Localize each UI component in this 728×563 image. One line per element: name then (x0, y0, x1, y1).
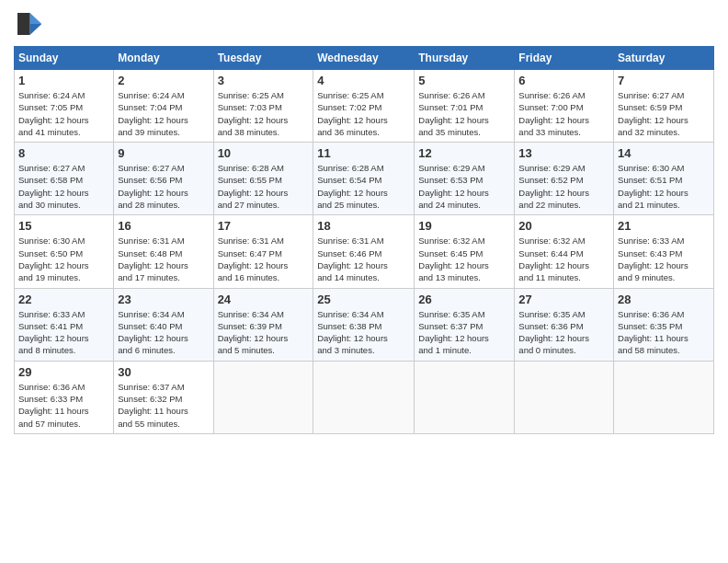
header (14, 9, 714, 39)
day-info: Sunrise: 6:27 AMSunset: 6:58 PMDaylight:… (18, 162, 109, 211)
day-number: 15 (18, 219, 109, 233)
day-number: 19 (418, 219, 510, 233)
day-number: 4 (317, 74, 410, 87)
calendar-cell: 3Sunrise: 6:25 AMSunset: 7:03 PMDaylight… (213, 70, 313, 143)
calendar-table: SundayMondayTuesdayWednesdayThursdayFrid… (14, 46, 714, 434)
day-info: Sunrise: 6:24 AMSunset: 7:05 PMDaylight:… (18, 89, 109, 138)
day-number: 25 (317, 293, 410, 306)
calendar-cell: 11Sunrise: 6:28 AMSunset: 6:54 PMDayligh… (313, 143, 415, 215)
calendar-week-row: 15Sunrise: 6:30 AMSunset: 6:50 PMDayligh… (15, 215, 714, 288)
weekday-header: Friday (515, 47, 614, 70)
day-info: Sunrise: 6:35 AMSunset: 6:36 PMDaylight:… (518, 308, 609, 357)
calendar-cell (614, 361, 714, 433)
day-number: 28 (618, 293, 710, 306)
calendar-cell: 26Sunrise: 6:35 AMSunset: 6:37 PMDayligh… (415, 288, 515, 361)
day-number: 5 (418, 74, 510, 87)
calendar-header-row: SundayMondayTuesdayWednesdayThursdayFrid… (15, 47, 714, 70)
day-number: 22 (18, 293, 109, 306)
calendar-week-row: 29Sunrise: 6:36 AMSunset: 6:33 PMDayligh… (15, 361, 714, 433)
day-info: Sunrise: 6:32 AMSunset: 6:45 PMDaylight:… (418, 235, 510, 283)
svg-marker-0 (30, 13, 42, 24)
calendar-cell: 7Sunrise: 6:27 AMSunset: 6:59 PMDaylight… (614, 70, 714, 143)
svg-marker-1 (30, 24, 42, 35)
calendar-cell: 24Sunrise: 6:34 AMSunset: 6:39 PMDayligh… (213, 288, 313, 361)
day-info: Sunrise: 6:26 AMSunset: 7:00 PMDaylight:… (518, 89, 609, 138)
day-number: 3 (218, 74, 310, 87)
day-number: 7 (618, 74, 710, 87)
day-info: Sunrise: 6:29 AMSunset: 6:53 PMDaylight:… (418, 162, 510, 211)
calendar-cell: 29Sunrise: 6:36 AMSunset: 6:33 PMDayligh… (15, 361, 114, 433)
day-number: 29 (18, 365, 109, 379)
calendar-cell: 25Sunrise: 6:34 AMSunset: 6:38 PMDayligh… (313, 288, 415, 361)
day-info: Sunrise: 6:26 AMSunset: 7:01 PMDaylight:… (418, 89, 510, 138)
day-info: Sunrise: 6:24 AMSunset: 7:04 PMDaylight:… (118, 89, 209, 138)
page-container: SundayMondayTuesdayWednesdayThursdayFrid… (0, 0, 728, 443)
calendar-cell (213, 361, 313, 433)
day-number: 8 (18, 146, 109, 160)
weekday-header: Wednesday (313, 47, 415, 70)
calendar-week-row: 8Sunrise: 6:27 AMSunset: 6:58 PMDaylight… (15, 143, 714, 215)
day-number: 1 (18, 74, 109, 87)
day-info: Sunrise: 6:30 AMSunset: 6:51 PMDaylight:… (618, 162, 710, 211)
calendar-cell: 27Sunrise: 6:35 AMSunset: 6:36 PMDayligh… (515, 288, 614, 361)
day-number: 13 (518, 146, 609, 160)
calendar-cell: 17Sunrise: 6:31 AMSunset: 6:47 PMDayligh… (213, 215, 313, 288)
day-info: Sunrise: 6:33 AMSunset: 6:43 PMDaylight:… (618, 235, 710, 283)
day-number: 9 (118, 146, 209, 160)
day-number: 12 (418, 146, 510, 160)
day-number: 26 (418, 293, 510, 306)
day-number: 16 (118, 219, 209, 233)
day-info: Sunrise: 6:34 AMSunset: 6:39 PMDaylight:… (218, 308, 310, 357)
day-number: 18 (317, 219, 410, 233)
day-info: Sunrise: 6:35 AMSunset: 6:37 PMDaylight:… (418, 308, 510, 357)
logo-icon (14, 9, 43, 39)
calendar-cell: 8Sunrise: 6:27 AMSunset: 6:58 PMDaylight… (15, 143, 114, 215)
calendar-week-row: 22Sunrise: 6:33 AMSunset: 6:41 PMDayligh… (15, 288, 714, 361)
calendar-cell: 9Sunrise: 6:27 AMSunset: 6:56 PMDaylight… (114, 143, 213, 215)
calendar-cell (313, 361, 415, 433)
calendar-cell (415, 361, 515, 433)
day-info: Sunrise: 6:36 AMSunset: 6:33 PMDaylight:… (18, 381, 109, 430)
calendar-cell: 13Sunrise: 6:29 AMSunset: 6:52 PMDayligh… (515, 143, 614, 215)
calendar-cell: 14Sunrise: 6:30 AMSunset: 6:51 PMDayligh… (614, 143, 714, 215)
day-info: Sunrise: 6:28 AMSunset: 6:54 PMDaylight:… (317, 162, 410, 211)
calendar-cell: 2Sunrise: 6:24 AMSunset: 7:04 PMDaylight… (114, 70, 213, 143)
calendar-cell: 28Sunrise: 6:36 AMSunset: 6:35 PMDayligh… (614, 288, 714, 361)
day-number: 23 (118, 293, 209, 306)
calendar-cell: 4Sunrise: 6:25 AMSunset: 7:02 PMDaylight… (313, 70, 415, 143)
calendar-cell: 10Sunrise: 6:28 AMSunset: 6:55 PMDayligh… (213, 143, 313, 215)
calendar-cell: 1Sunrise: 6:24 AMSunset: 7:05 PMDaylight… (15, 70, 114, 143)
day-info: Sunrise: 6:28 AMSunset: 6:55 PMDaylight:… (218, 162, 310, 211)
day-number: 14 (618, 146, 710, 160)
calendar-cell (515, 361, 614, 433)
day-info: Sunrise: 6:31 AMSunset: 6:48 PMDaylight:… (118, 235, 209, 283)
day-number: 6 (518, 74, 609, 87)
calendar-cell: 5Sunrise: 6:26 AMSunset: 7:01 PMDaylight… (415, 70, 515, 143)
day-number: 30 (118, 365, 209, 379)
day-info: Sunrise: 6:25 AMSunset: 7:02 PMDaylight:… (317, 89, 410, 138)
day-number: 17 (218, 219, 310, 233)
day-number: 2 (118, 74, 209, 87)
calendar-cell: 23Sunrise: 6:34 AMSunset: 6:40 PMDayligh… (114, 288, 213, 361)
day-info: Sunrise: 6:36 AMSunset: 6:35 PMDaylight:… (618, 308, 710, 357)
day-info: Sunrise: 6:27 AMSunset: 6:56 PMDaylight:… (118, 162, 209, 211)
day-number: 20 (518, 219, 609, 233)
day-number: 10 (218, 146, 310, 160)
day-info: Sunrise: 6:33 AMSunset: 6:41 PMDaylight:… (18, 308, 109, 357)
weekday-header: Saturday (614, 47, 714, 70)
weekday-header: Thursday (415, 47, 515, 70)
logo (14, 9, 47, 39)
calendar-cell: 16Sunrise: 6:31 AMSunset: 6:48 PMDayligh… (114, 215, 213, 288)
calendar-cell: 19Sunrise: 6:32 AMSunset: 6:45 PMDayligh… (415, 215, 515, 288)
calendar-cell: 21Sunrise: 6:33 AMSunset: 6:43 PMDayligh… (614, 215, 714, 288)
day-info: Sunrise: 6:30 AMSunset: 6:50 PMDaylight:… (18, 235, 109, 283)
calendar-cell: 30Sunrise: 6:37 AMSunset: 6:32 PMDayligh… (114, 361, 213, 433)
calendar-cell: 22Sunrise: 6:33 AMSunset: 6:41 PMDayligh… (15, 288, 114, 361)
weekday-header: Tuesday (213, 47, 313, 70)
calendar-cell: 20Sunrise: 6:32 AMSunset: 6:44 PMDayligh… (515, 215, 614, 288)
calendar-cell: 12Sunrise: 6:29 AMSunset: 6:53 PMDayligh… (415, 143, 515, 215)
day-info: Sunrise: 6:37 AMSunset: 6:32 PMDaylight:… (118, 381, 209, 430)
day-info: Sunrise: 6:34 AMSunset: 6:40 PMDaylight:… (118, 308, 209, 357)
calendar-week-row: 1Sunrise: 6:24 AMSunset: 7:05 PMDaylight… (15, 70, 714, 143)
day-info: Sunrise: 6:31 AMSunset: 6:47 PMDaylight:… (218, 235, 310, 283)
